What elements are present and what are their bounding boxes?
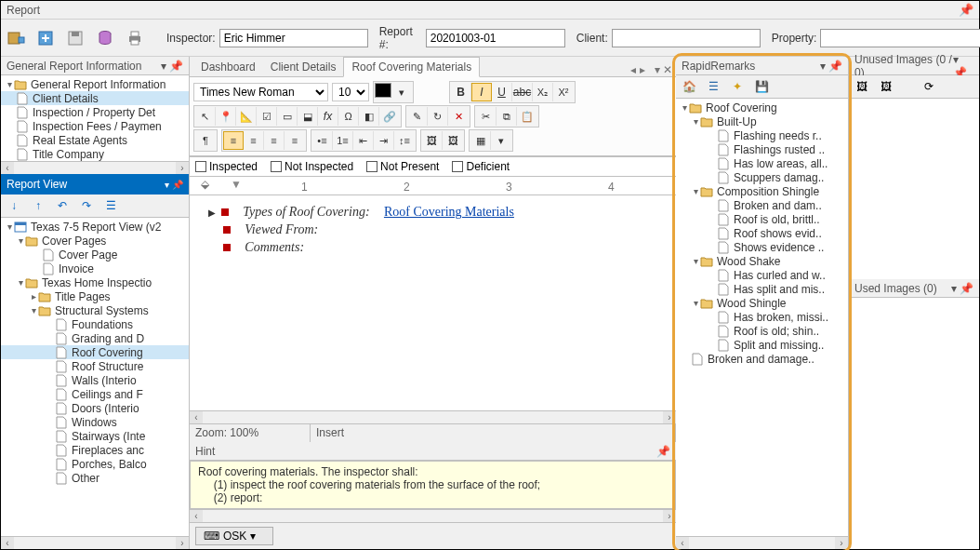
- tree-row[interactable]: Roof shows evid..: [676, 226, 848, 240]
- tree-row[interactable]: Has curled and w..: [676, 268, 848, 282]
- field-link[interactable]: Roof Covering Materials: [384, 205, 514, 220]
- tree-row[interactable]: Ceilings and F: [1, 387, 189, 401]
- dropdown-field-icon[interactable]: ⬓: [298, 107, 318, 126]
- scrollbar[interactable]: ‹›: [676, 536, 848, 549]
- check-not-present[interactable]: Not Present: [366, 160, 439, 173]
- pin-icon[interactable]: 📌: [656, 445, 670, 458]
- tree-row[interactable]: Roof Covering: [1, 345, 189, 359]
- tree-row[interactable]: Split and missing..: [676, 338, 848, 352]
- tree-row[interactable]: Stairways (Inte: [1, 429, 189, 443]
- tree-row[interactable]: ▾Roof Covering: [676, 101, 848, 114]
- tree-row[interactable]: Invoice: [1, 262, 189, 275]
- numbering-button[interactable]: 1≡: [333, 131, 353, 150]
- home-icon[interactable]: 🏠: [682, 79, 696, 94]
- table-icon[interactable]: ▦: [470, 131, 491, 150]
- align-justify-button[interactable]: ≡: [285, 131, 305, 150]
- font-size-select[interactable]: 10: [332, 83, 369, 101]
- check-icon[interactable]: ☑: [257, 107, 277, 126]
- image-add-icon[interactable]: 🖼: [854, 79, 869, 94]
- remarks-tree[interactable]: ▾Roof Covering ▾Built-Up Flashing needs …: [676, 99, 848, 536]
- image-plus-icon[interactable]: 🖼: [879, 79, 894, 94]
- list-icon[interactable]: ☰: [103, 198, 118, 213]
- tree-row[interactable]: Scuppers damag..: [676, 170, 848, 184]
- tree-row[interactable]: ▾Cover Pages: [1, 234, 189, 248]
- scrollbar[interactable]: ‹›: [190, 509, 676, 522]
- pin-icon[interactable]: ▾ 📌: [951, 282, 973, 295]
- print-icon[interactable]: [126, 26, 144, 50]
- pin-icon[interactable]: 📍: [216, 107, 236, 126]
- bullets-button[interactable]: •≡: [312, 131, 333, 150]
- tab-roof-covering[interactable]: Roof Covering Materials: [343, 57, 480, 77]
- save-icon[interactable]: [66, 26, 85, 50]
- tree-row[interactable]: Foundations: [1, 317, 189, 331]
- indent-button[interactable]: ⇥: [374, 131, 394, 150]
- tree-row[interactable]: ▾Structural Systems: [1, 303, 189, 317]
- pin-icon[interactable]: 📌: [959, 3, 973, 17]
- tb-icon-1[interactable]: [7, 26, 25, 50]
- underline-button[interactable]: U: [492, 83, 512, 101]
- tab-dashboard[interactable]: Dashboard: [193, 58, 263, 76]
- ruler[interactable]: ⬙ ▼ 1 2 3 4: [190, 177, 676, 195]
- tree-row[interactable]: Shows evidence ..: [676, 240, 848, 254]
- paste-icon[interactable]: 📋: [517, 107, 537, 126]
- tree-row[interactable]: ▸Title Pages: [1, 289, 189, 303]
- tree-row[interactable]: Cover Page: [1, 248, 189, 262]
- scrollbar[interactable]: ‹›: [1, 161, 189, 174]
- chevron-down-icon[interactable]: ▾: [16, 277, 25, 288]
- dropdown-icon[interactable]: ▾: [391, 83, 412, 101]
- tree-row[interactable]: Has broken, missi..: [676, 310, 848, 324]
- tb-icon-2[interactable]: [36, 26, 55, 50]
- tree-row[interactable]: ▾General Report Information: [1, 77, 189, 91]
- tree-row[interactable]: Fireplaces anc: [1, 443, 189, 457]
- save-icon[interactable]: 💾: [754, 79, 769, 94]
- cut-icon[interactable]: ✂: [476, 107, 497, 126]
- tab-client-details[interactable]: Client Details: [263, 58, 344, 76]
- redo-icon[interactable]: ↷: [79, 198, 94, 213]
- link-icon[interactable]: 🔗: [379, 107, 400, 126]
- check-inspected[interactable]: Inspected: [195, 160, 258, 173]
- linespace-button[interactable]: ↕≡: [394, 131, 415, 150]
- pilcrow-icon[interactable]: ¶: [195, 131, 216, 150]
- font-color[interactable]: [375, 83, 391, 98]
- delete-icon[interactable]: ✕: [448, 107, 469, 126]
- tree-row[interactable]: ▾Texas Home Inspectio: [1, 275, 189, 289]
- osk-button[interactable]: ⌨ OSK ▾: [195, 527, 273, 545]
- italic-button[interactable]: I: [471, 83, 492, 101]
- pin-icon[interactable]: ▾ 📌: [161, 60, 183, 73]
- tree-row[interactable]: Broken and dam..: [676, 198, 848, 212]
- inspector-input[interactable]: [219, 29, 368, 47]
- unused-images-area[interactable]: [849, 99, 979, 279]
- scrollbar[interactable]: ‹›: [1, 536, 189, 549]
- field-icon[interactable]: ▭: [277, 107, 298, 126]
- action2-icon[interactable]: ↻: [428, 107, 448, 126]
- tree-row[interactable]: Inspection / Property Det: [1, 105, 189, 119]
- arrow-down-icon[interactable]: ↓: [7, 198, 21, 213]
- tree-row[interactable]: Inspection Fees / Paymen: [1, 119, 189, 133]
- align-right-button[interactable]: ≡: [264, 131, 285, 150]
- chevron-down-icon[interactable]: ▾: [16, 235, 25, 246]
- pin-icon[interactable]: ▾ 📌: [820, 60, 842, 73]
- add-icon[interactable]: ✦: [730, 79, 745, 94]
- used-images-area[interactable]: [849, 298, 979, 549]
- caret-icon[interactable]: ▶: [208, 208, 216, 218]
- tag-icon[interactable]: ◧: [359, 107, 379, 126]
- reportnum-input[interactable]: [426, 29, 565, 47]
- tree-row[interactable]: ▾Wood Shake: [676, 254, 848, 268]
- tree-row[interactable]: Windows: [1, 415, 189, 429]
- tree-row[interactable]: Porches, Balco: [1, 457, 189, 471]
- refresh-icon[interactable]: ⟳: [921, 79, 936, 94]
- image-icon[interactable]: 🖼: [422, 131, 443, 150]
- tree-row[interactable]: Broken and damage..: [676, 352, 848, 366]
- report-view-tree[interactable]: ▾Texas 7-5 Report View (v2 ▾Cover Pages …: [1, 218, 189, 536]
- client-input[interactable]: [612, 29, 761, 47]
- measure-icon[interactable]: 📐: [236, 107, 257, 126]
- tree-row[interactable]: ▾Composition Shingle: [676, 184, 848, 198]
- font-name-select[interactable]: Times New Roman: [193, 83, 328, 101]
- chevron-right-icon[interactable]: ▸: [29, 291, 38, 302]
- tree-row[interactable]: Other: [1, 471, 189, 485]
- align-center-button[interactable]: ≡: [244, 131, 264, 150]
- property-input[interactable]: [820, 29, 980, 47]
- tab-nav[interactable]: ◂ ▸ ▾ ✕: [630, 63, 676, 76]
- document-area[interactable]: ▶ Types of Roof Covering: Roof Covering …: [190, 195, 676, 410]
- tree-row[interactable]: Roof is old, brittl..: [676, 212, 848, 226]
